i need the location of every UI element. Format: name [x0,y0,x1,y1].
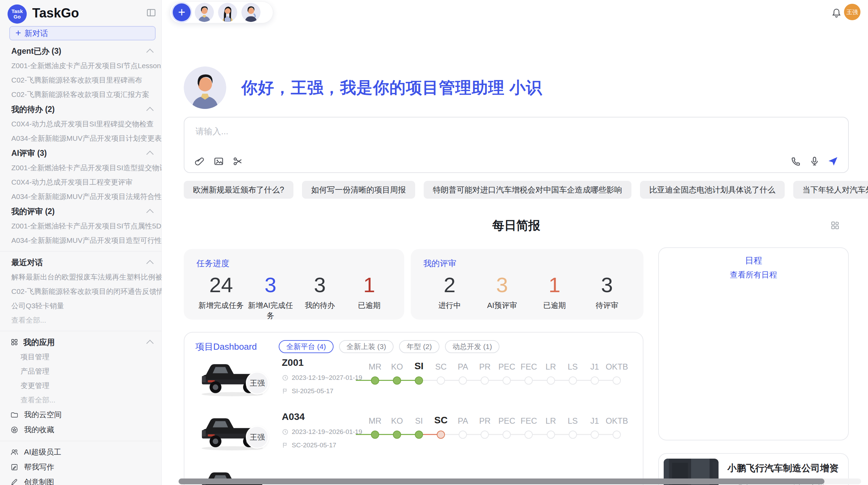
milestone: OKTB [606,411,628,439]
sidebar-item[interactable]: C0X4-动力总成开发项目SI里程碑提交物检查 [0,117,161,131]
sidebar-section-header[interactable]: 我的评审 (2) [0,204,161,219]
sidebar-item[interactable]: 公司Q3轻卡销量 [0,299,161,313]
milestone: OKTB [606,357,628,385]
project-date-range: 2023-12-19~2026-01-19 [282,428,362,436]
send-icon[interactable] [827,155,839,167]
sidebar-item[interactable]: Z001-全新燃油皮卡产品开发项目SI节点Lesson Learn报告 [0,59,161,73]
dashboard-filter-pill[interactable]: 动总开发 (1) [445,340,500,353]
horizontal-scrollbar-track [178,478,861,484]
sidebar-item-favorites[interactable]: 我的收藏 [0,422,161,437]
suggestion-chip[interactable]: 欧洲新规最近颁布了什么? [184,181,293,199]
clock-icon [282,374,289,381]
sidebar-section-header[interactable]: Agent已办 (3) [0,43,161,59]
suggestion-chip[interactable]: 当下年轻人对汽车外观有怎样的喜好趋势 [793,181,868,199]
stat-label: 新增完成任务 [196,300,246,311]
sidebar-divider [0,251,161,251]
sidebar-item-help-me-write[interactable]: 帮我写作 [0,460,161,475]
sidebar-item[interactable]: A034-全新新能源MUV产品开发项目计划变更表编写 [0,131,161,146]
project-rows: 王强Z0012023-12-19~2027-01-19SI-2025-05-17… [184,357,643,485]
image-icon[interactable] [213,155,225,167]
project-code: Z001 [282,357,362,368]
sidebar-item-cloud-space[interactable]: 我的云空间 [0,407,161,422]
my-apps-title: 我的应用 [23,337,55,348]
milestone-label: SI [414,357,423,372]
greeting-text: 你好，王强，我是你的项目管理助理 小识 [241,77,542,99]
assistant-greeting: 你好，王强，我是你的项目管理助理 小识 [184,66,542,109]
sidebar-view-all-chats[interactable]: 查看全部... [0,313,161,327]
notification-bell-icon[interactable] [831,8,842,18]
milestone-dot [613,431,621,439]
project-flag-text: SI-2025-05-17 [292,387,333,395]
milestone-label: LR [545,411,556,426]
schedule-title: 日程 [668,255,839,266]
chevron-up-icon [146,340,154,347]
sidebar-app-item[interactable]: 产品管理 [0,364,161,378]
horizontal-scrollbar-thumb[interactable] [179,478,824,484]
milestone-dot [371,431,379,439]
sidebar-item[interactable]: C0X4-动力总成开发项目工程变更评审 [0,175,161,189]
suggestion-chips: 欧洲新规最近颁布了什么?如何写一份清晰的项目周报特朗普可能对进口汽车增税会对中国… [184,181,849,199]
new-chat-button[interactable]: + 新对话 [9,26,156,40]
sidebar-item[interactable]: C02-飞腾新能源轻客改款项目里程碑画布 [0,73,161,87]
stat-column: 2进行中 [423,272,476,311]
agent-avatar-bar: + [170,1,273,23]
flag-icon [282,388,289,395]
teammate-avatar[interactable] [195,3,214,22]
chat-input[interactable] [195,125,838,150]
milestone-dot [547,431,555,439]
sidebar-item[interactable]: 解释最新出台的欧盟报废车法规再生塑料比例被调至15%... [0,270,161,284]
milestone-dot [547,376,555,385]
microphone-icon[interactable] [808,155,821,167]
suggestion-chip[interactable]: 如何写一份清晰的项目周报 [302,181,415,199]
milestone-label: LS [568,411,578,426]
teammate-avatar[interactable] [218,3,237,22]
write-icon [10,463,19,471]
user-avatar[interactable]: 王强 [844,4,860,20]
milestone-label: SC [435,357,447,372]
project-row[interactable]: 王强Z0012023-12-19~2027-01-19SI-2025-05-17… [197,357,643,411]
view-all-schedule-link[interactable]: 查看所有日程 [668,270,839,280]
pen-icon [10,478,19,485]
milestone-dot [437,376,445,385]
suggestion-chip[interactable]: 比亚迪全固态电池计划具体说了什么 [640,181,785,199]
stat-value: 3 [246,272,295,298]
add-agent-button[interactable]: + [173,3,191,21]
apps-grid-icon [10,338,19,346]
logo-text-bottom: Go [14,14,21,20]
project-row[interactable]: 王强A0342023-12-19~2026-01-19SC-2025-05-17… [197,411,643,465]
sidebar-item[interactable]: Z001-全新燃油轻卡产品开发项目SI造型提交物评审 [0,161,161,175]
stat-value: 3 [295,272,345,298]
sidebar-item[interactable]: A034-全新新能源MUV产品开发项目法规符合性评审 [0,189,161,204]
sidebar-item[interactable]: Z001-全新燃油轻卡产品开发项目SI节点属性5D文件评审 [0,219,161,233]
layout-grid-icon[interactable] [830,221,840,230]
sidebar-section-header[interactable]: AI评审 (3) [0,146,161,161]
sidebar-item[interactable]: C02-飞腾新能源轻客改款项目的闭环通告反馈情况 [0,284,161,299]
stat-value: 3 [476,272,528,298]
sidebar-section-header[interactable]: 我的待办 (2) [0,102,161,117]
sidebar-item[interactable]: A034-全新新能源MUV产品开发项目造型可行性评审 [0,233,161,248]
sidebar-app-item[interactable]: 项目管理 [0,350,161,364]
users-icon [10,448,19,456]
sidebar-collapse-icon[interactable] [146,8,156,17]
suggestion-chip[interactable]: 特朗普可能对进口汽车增税会对中国车企造成哪些影响 [424,181,631,199]
recent-chats-title: 最近对话 [11,257,43,268]
sidebar-section-title: Agent已办 (3) [11,46,61,57]
sidebar-item-ai-super-staff[interactable]: AI超级员工 [0,445,161,460]
teammate-avatar[interactable] [241,3,261,22]
sidebar-section-my-apps[interactable]: 我的应用 [0,335,161,350]
sidebar-app-item[interactable]: 变更管理 [0,378,161,393]
sidebar-item-creative-drawing[interactable]: 创意制图 [0,475,161,485]
sidebar-view-all-apps[interactable]: 查看全部... [0,393,161,407]
dashboard-filter-pill[interactable]: 全新平台 (4) [279,340,334,353]
project-info: Z0012023-12-19~2027-01-19SI-2025-05-17 [282,357,362,395]
attachment-icon[interactable] [193,155,206,167]
scissors-icon[interactable] [232,155,244,167]
dashboard-filter-pill[interactable]: 年型 (2) [399,340,439,353]
sidebar-item[interactable]: C02-飞腾新能源轻客改款项目立项汇报方案 [0,87,161,102]
phone-icon[interactable] [790,155,802,167]
milestone-label: SC [434,411,448,426]
sidebar-section-recent-chats[interactable]: 最近对话 [0,255,161,270]
milestone-dot [613,376,621,385]
creative-drawing-label: 创意制图 [24,477,54,485]
dashboard-filter-pill[interactable]: 全新上装 (3) [339,340,394,353]
